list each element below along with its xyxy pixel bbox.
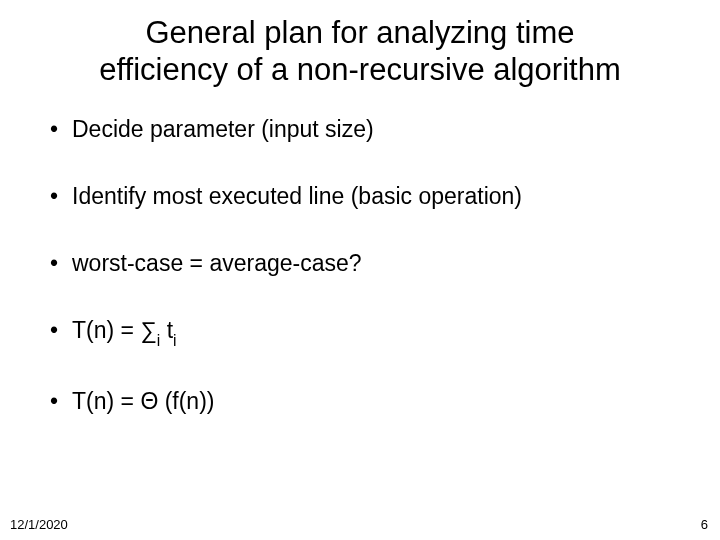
slide: General plan for analyzing time efficien… (0, 0, 720, 540)
bullet-icon: • (50, 116, 72, 143)
bullet-icon: • (50, 183, 72, 210)
formula-part: T(n) = (72, 317, 140, 343)
list-item: • worst-case = average-case? (50, 250, 690, 277)
bullet-text: Identify most executed line (basic opera… (72, 183, 690, 210)
bullet-icon: • (50, 317, 72, 344)
list-item: • Identify most executed line (basic ope… (50, 183, 690, 210)
bullet-icon: • (50, 250, 72, 277)
list-item: • Decide parameter (input size) (50, 116, 690, 143)
subscript: i (157, 332, 160, 349)
footer-date: 12/1/2020 (10, 517, 68, 532)
bullet-text: Decide parameter (input size) (72, 116, 690, 143)
title-line-2: efficiency of a non-recursive algorithm (99, 52, 621, 87)
theta-icon: Θ (140, 388, 158, 414)
bullet-icon: • (50, 388, 72, 415)
sigma-icon: ∑ (140, 317, 156, 343)
title-line-1: General plan for analyzing time (145, 15, 574, 50)
slide-title: General plan for analyzing time efficien… (0, 0, 720, 88)
list-item: • T(n) = ∑i ti (50, 317, 690, 348)
footer-page-number: 6 (701, 517, 708, 532)
subscript: i (173, 332, 176, 349)
bullet-text-formula: T(n) = ∑i ti (72, 317, 690, 348)
formula-part: t (160, 317, 173, 343)
bullet-list: • Decide parameter (input size) • Identi… (0, 88, 720, 415)
formula-part: (f(n)) (158, 388, 214, 414)
bullet-text: worst-case = average-case? (72, 250, 690, 277)
list-item: • T(n) = Θ (f(n)) (50, 388, 690, 415)
formula-part: T(n) = (72, 388, 140, 414)
bullet-text-formula: T(n) = Θ (f(n)) (72, 388, 690, 415)
